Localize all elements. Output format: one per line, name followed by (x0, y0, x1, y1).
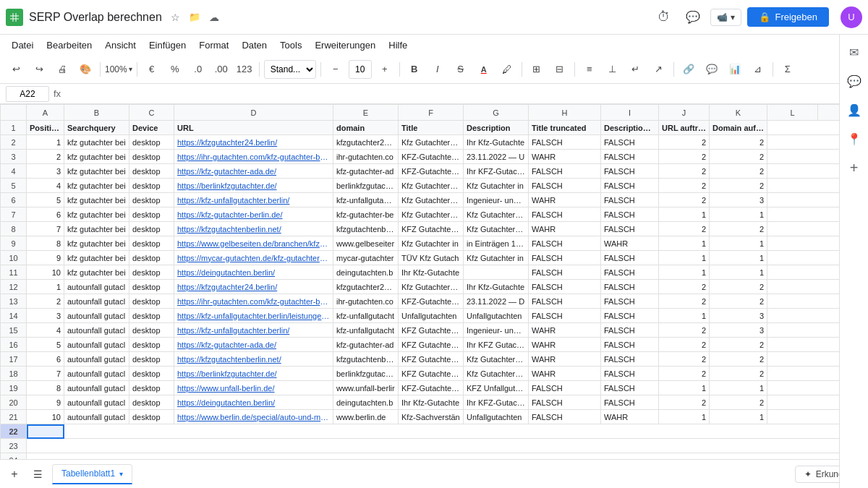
cell-A21[interactable]: 10 (27, 410, 64, 424)
paint-format-button[interactable]: 🎨 (75, 59, 95, 80)
row-num-19[interactable]: 19 (1, 381, 27, 395)
cell-H10[interactable]: FALSCH (529, 251, 601, 265)
cell-H16[interactable]: WAHR (529, 338, 601, 352)
cell-E21[interactable]: www.berlin.de (333, 410, 399, 424)
row-num-1[interactable]: 1 (1, 121, 27, 135)
cell-D20[interactable]: https://deingutachten.berlin/ (174, 395, 333, 410)
cell-K3[interactable]: 2 (710, 150, 767, 164)
cell-E11[interactable]: deingutachten.b (333, 265, 399, 280)
cell-F18[interactable]: KFZ Gutachter B (399, 367, 464, 381)
cell-D9[interactable]: https://www.gelbeseiten.de/branchen/kfz%… (174, 236, 333, 251)
meet-btn[interactable]: 📹 ▾ (710, 9, 741, 26)
cell-J7[interactable]: 1 (659, 207, 710, 222)
cell-G3[interactable]: 23.11.2022 — U (464, 150, 529, 164)
cell-E19[interactable]: www.unfall-berlir (333, 381, 399, 395)
cell-I2[interactable]: FALSCH (601, 135, 659, 150)
borders-button[interactable]: ⊞ (527, 59, 547, 80)
cell-K14[interactable]: 3 (710, 309, 767, 323)
cell-F16[interactable]: KFZ Gutachter B (399, 338, 464, 352)
cell-J1[interactable]: URL auftreten (659, 121, 710, 135)
cell-B7[interactable]: kfz gutachter bei (64, 207, 129, 222)
cell-G11[interactable] (464, 265, 529, 280)
cell-J21[interactable]: 1 (659, 410, 710, 424)
cell-C20[interactable]: desktop (129, 395, 174, 410)
cell-A1[interactable]: Position (27, 121, 64, 135)
chart-button[interactable]: 📊 (725, 59, 745, 80)
cell-A3[interactable]: 2 (27, 150, 64, 164)
cell-I3[interactable]: FALSCH (601, 150, 659, 164)
col-header-K[interactable]: K (710, 105, 767, 121)
menu-datei[interactable]: Datei (6, 38, 39, 52)
cell-J5[interactable]: 2 (659, 179, 710, 193)
zoom-control[interactable]: 100% ▾ (105, 64, 132, 74)
cell-F9[interactable]: Kfz Gutachter in (399, 236, 464, 251)
cell-G2[interactable]: Ihr Kfz-Gutachte (464, 135, 529, 150)
row-num-8[interactable]: 8 (1, 222, 27, 236)
row-num-3[interactable]: 3 (1, 150, 27, 164)
cell-C6[interactable]: desktop (129, 193, 174, 207)
cell-K6[interactable]: 3 (710, 193, 767, 207)
comment-button[interactable]: 💬 (702, 59, 722, 80)
cell-K20[interactable]: 2 (710, 395, 767, 410)
font-size-increase-button[interactable]: + (375, 59, 395, 80)
cell-A14[interactable]: 3 (27, 309, 64, 323)
cell-H9[interactable]: FALSCH (529, 236, 601, 251)
cell-F20[interactable]: Ihr Kfz-Gutachte (399, 395, 464, 410)
cell-G1[interactable]: Description (464, 121, 529, 135)
cell-I20[interactable]: FALSCH (601, 395, 659, 410)
link-button[interactable]: 🔗 (678, 59, 699, 80)
cell-F15[interactable]: KFZ Gutachter B (399, 323, 464, 338)
row-num-2[interactable]: 2 (1, 135, 27, 150)
cell-B9[interactable]: kfz gutachter bei (64, 236, 129, 251)
cell-I21[interactable]: WAHR (601, 410, 659, 424)
cell-B15[interactable]: autounfall gutacl (64, 323, 129, 338)
cell-H11[interactable]: FALSCH (529, 265, 601, 280)
col-header-D[interactable]: D (174, 105, 333, 121)
cell-G14[interactable]: Unfallgutachten (464, 309, 529, 323)
cell-I7[interactable]: FALSCH (601, 207, 659, 222)
cell-B20[interactable]: autounfall gutacl (64, 395, 129, 410)
cell-E10[interactable]: mycar-gutachter (333, 251, 399, 265)
cell-D15[interactable]: https://kfz-unfallgutachter.berlin/ (174, 323, 333, 338)
format-increase-button[interactable]: .00 (211, 59, 231, 80)
cell-H14[interactable]: FALSCH (529, 309, 601, 323)
cell-A17[interactable]: 6 (27, 352, 64, 367)
cell-I9[interactable]: WAHR (601, 236, 659, 251)
cell-C3[interactable]: desktop (129, 150, 174, 164)
cell-J18[interactable]: 2 (659, 367, 710, 381)
cell-E1[interactable]: domain (333, 121, 399, 135)
cell-K9[interactable]: 1 (710, 236, 767, 251)
cell-C5[interactable]: desktop (129, 179, 174, 193)
cell-D21[interactable]: https://www.berlin.de/special/auto-und-m… (174, 410, 333, 424)
row-num-24[interactable]: 24 (1, 453, 27, 460)
print-button[interactable]: 🖨 (52, 59, 72, 80)
cell-H17[interactable]: WAHR (529, 352, 601, 367)
format-decrease-button[interactable]: .0 (188, 59, 208, 80)
cell-G16[interactable]: Ihr KFZ Gutachte (464, 338, 529, 352)
cell-G12[interactable]: Ihr Kfz-Gutachte (464, 280, 529, 294)
cell-D11[interactable]: https://deingutachten.berlin/ (174, 265, 333, 280)
cell-B18[interactable]: autounfall gutacl (64, 367, 129, 381)
valign-button[interactable]: ⊥ (603, 59, 623, 80)
cell-E14[interactable]: kfz-unfallgutacht (333, 309, 399, 323)
cell-H19[interactable]: FALSCH (529, 381, 601, 395)
cell-C17[interactable]: desktop (129, 352, 174, 367)
cell-G5[interactable]: Kfz Gutachter in (464, 179, 529, 193)
sheet-list-button[interactable]: ☰ (29, 466, 46, 483)
cell-G8[interactable]: Kfz Gutachter Be (464, 222, 529, 236)
cell-D14[interactable]: https://kfz-unfallgutachter.berlin/leist… (174, 309, 333, 323)
menu-ansicht[interactable]: Ansicht (99, 38, 142, 52)
history-icon[interactable]: 📁 (189, 12, 200, 22)
cell-H12[interactable]: FALSCH (529, 280, 601, 294)
cell-D18[interactable]: https://berlinkfzgutachter.de/ (174, 367, 333, 381)
bold-button[interactable]: B (404, 59, 425, 80)
cell-G4[interactable]: Ihr KFZ-Gutachte (464, 164, 529, 179)
sidebar-icon-mail[interactable]: ✉ (843, 40, 866, 64)
cell-E9[interactable]: www.gelbeseiter (333, 236, 399, 251)
sidebar-icon-chat[interactable]: 💬 (843, 69, 866, 93)
document-title[interactable]: SERP Overlap berechnen (29, 11, 162, 24)
number-format-button[interactable]: 123 (234, 59, 255, 80)
cell-J10[interactable]: 1 (659, 251, 710, 265)
row-num-7[interactable]: 7 (1, 207, 27, 222)
cell-A18[interactable]: 7 (27, 367, 64, 381)
